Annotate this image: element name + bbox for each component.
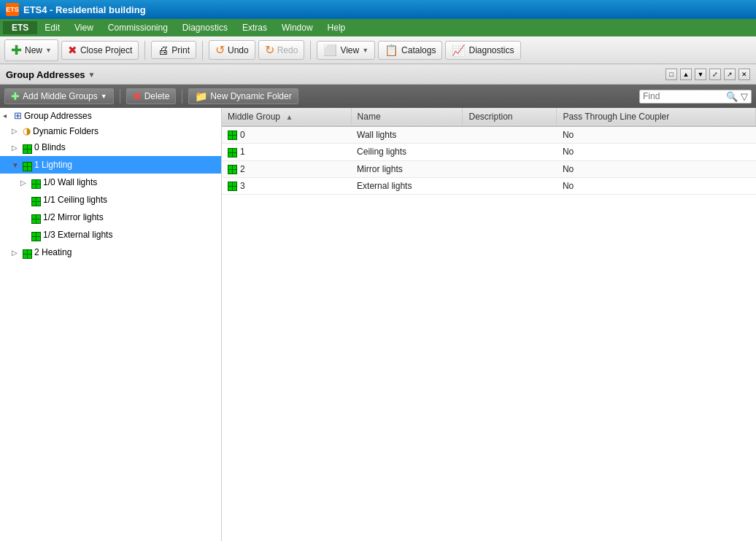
tree-item-group-addresses[interactable]: ◂ ⊞ Group Addresses [0, 108, 221, 123]
col-label: Middle Group [228, 112, 280, 122]
menu-edit[interactable]: Edit [37, 21, 67, 34]
cell-pass-through: No [557, 177, 756, 194]
panel-dropdown-icon[interactable]: ▼ [88, 71, 96, 79]
print-label: Print [171, 45, 190, 55]
panel-controls: □ ▲ ▼ ⤢ ↗ ✕ [666, 69, 750, 80]
sort-arrow: ▲ [285, 113, 293, 121]
tree-item-1-1-ceiling-lights[interactable]: 1/1 Ceiling lights [0, 191, 221, 209]
table-row[interactable]: 0 Wall lights No [222, 126, 756, 144]
dynamic-folders-icon: ◑ [23, 125, 31, 136]
cell-name: Wall lights [351, 126, 463, 144]
cell-name: Mirror lights [351, 160, 463, 177]
ceiling-lights-icon [31, 193, 41, 206]
heating-icon [23, 246, 32, 259]
main-content: ◂ ⊞ Group Addresses ▷ ◑ Dynamic Folders … [0, 108, 756, 541]
col-header-name[interactable]: Name [351, 108, 463, 126]
external-lights-icon [31, 228, 41, 241]
tree-label: 2 Heating [34, 247, 72, 257]
menu-window[interactable]: Window [274, 21, 320, 34]
new-button[interactable]: ✚ New ▼ [4, 39, 58, 61]
tree-panel: ◂ ⊞ Group Addresses ▷ ◑ Dynamic Folders … [0, 108, 222, 541]
view-dropdown-arrow: ▼ [362, 47, 369, 54]
close-project-button[interactable]: ✖ Close Project [61, 41, 139, 60]
sub-sep-1 [120, 89, 120, 104]
close-icon: ✖ [68, 44, 77, 57]
delete-button[interactable]: ✖ Delete [126, 88, 177, 104]
menu-commissioning[interactable]: Commissioning [101, 21, 175, 34]
panel-up-button[interactable]: ▲ [680, 69, 692, 80]
mirror-lights-icon [31, 211, 41, 224]
table-row[interactable]: 2 Mirror lights No [222, 160, 756, 177]
tree-label: 0 Blinds [34, 142, 66, 152]
delete-label: Delete [144, 91, 170, 101]
panel-maximize-button[interactable]: ↗ [724, 69, 736, 80]
expand-icon-external [20, 231, 29, 239]
sub-sep-2 [182, 89, 182, 104]
expand-icon: ◂ [3, 112, 12, 120]
tree-item-1-2-mirror-lights[interactable]: 1/2 Mirror lights [0, 209, 221, 226]
print-button[interactable]: 🖨 Print [151, 41, 196, 59]
table-panel: Middle Group ▲ Name Description Pass Thr… [222, 108, 756, 541]
lighting-icon [23, 158, 32, 171]
col-header-middle-group[interactable]: Middle Group ▲ [222, 108, 351, 126]
tree-item-1-lighting[interactable]: ▼ 1 Lighting [0, 156, 221, 174]
menu-diagnostics[interactable]: Diagnostics [175, 21, 235, 34]
tree-label: 1/2 Mirror lights [43, 212, 104, 222]
toolbar-sep-2 [202, 41, 203, 60]
cell-description [463, 160, 557, 177]
menu-view[interactable]: View [67, 21, 101, 34]
group-addresses-icon: ⊞ [14, 110, 22, 121]
cell-middle-group: 1 [222, 144, 351, 160]
redo-icon: ↻ [265, 43, 274, 57]
tree-item-1-3-external-lights[interactable]: 1/3 External lights [0, 226, 221, 244]
tree-item-2-heating[interactable]: ▷ 2 Heating [0, 244, 221, 261]
menu-extras[interactable]: Extras [235, 21, 274, 34]
table-row[interactable]: 1 Ceiling lights No [222, 144, 756, 160]
catalogs-icon: 📋 [385, 44, 398, 57]
redo-button[interactable]: ↻ Redo [258, 40, 305, 60]
tree-item-1-0-wall-lights[interactable]: ▷ 1/0 Wall lights [0, 174, 221, 191]
table-row[interactable]: 3 External lights No [222, 177, 756, 194]
expand-icon-blinds: ▷ [12, 144, 20, 152]
expand-icon-heating: ▷ [12, 249, 20, 257]
new-label: New [25, 45, 42, 55]
panel-title-text: Group Addresses [6, 69, 85, 80]
col-header-pass-through[interactable]: Pass Through Line Coupler [557, 108, 756, 126]
expand-icon-dynamic: ▷ [12, 127, 20, 135]
col-label: Description [468, 112, 512, 122]
col-label: Name [358, 112, 381, 122]
delete-icon: ✖ [133, 90, 142, 102]
add-middle-groups-button[interactable]: ✚ Add Middle Groups ▼ [4, 88, 114, 104]
cell-middle-group: 3 [222, 177, 351, 194]
panel-close-button[interactable]: ✕ [738, 69, 750, 80]
tree-label: Dynamic Folders [33, 126, 99, 136]
catalogs-button[interactable]: 📋 Catalogs [378, 41, 442, 60]
panel-undock-button[interactable]: ⤢ [709, 69, 721, 80]
sub-toolbar: ✚ Add Middle Groups ▼ ✖ Delete 📁 New Dyn… [0, 85, 756, 108]
add-label: Add Middle Groups [23, 91, 98, 101]
view-label: View [340, 45, 359, 55]
cell-description [463, 144, 557, 160]
tree-label: 1/3 External lights [43, 230, 112, 240]
panel-down-button[interactable]: ▼ [695, 69, 706, 80]
tree-label: 1/0 Wall lights [43, 177, 97, 187]
filter-icon[interactable]: ▽ [741, 91, 748, 102]
app-logo: ETS [6, 3, 19, 16]
panel-restore-button[interactable]: □ [666, 69, 677, 80]
menu-help[interactable]: Help [320, 21, 353, 34]
search-input[interactable] [643, 91, 723, 101]
app-title: ETS4 - Residential building [23, 4, 146, 15]
tree-label: 1/1 Ceiling lights [43, 195, 107, 205]
view-button[interactable]: ⬜ View ▼ [317, 41, 375, 60]
tree-item-0-blinds[interactable]: ▷ 0 Blinds [0, 139, 221, 156]
table-header-row: Middle Group ▲ Name Description Pass Thr… [222, 108, 756, 126]
cell-pass-through: No [557, 126, 756, 144]
col-header-description[interactable]: Description [463, 108, 557, 126]
new-dynamic-folder-button[interactable]: 📁 New Dynamic Folder [188, 88, 298, 104]
diagnostics-button[interactable]: 📈 Diagnostics [445, 41, 520, 60]
search-box[interactable]: 🔍 ▽ [639, 90, 752, 104]
undo-button[interactable]: ↺ Undo [209, 40, 255, 60]
tree-label: Group Addresses [24, 111, 92, 121]
tree-item-dynamic-folders[interactable]: ▷ ◑ Dynamic Folders [0, 123, 221, 139]
menu-ets[interactable]: ETS [3, 21, 37, 34]
